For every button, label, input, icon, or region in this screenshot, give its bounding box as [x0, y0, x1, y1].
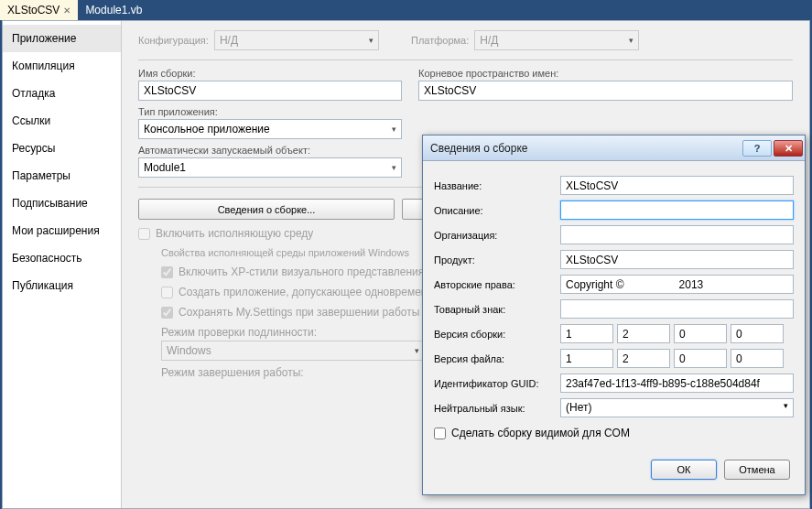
save-settings-label: Сохранять My.Settings при завершении раб…: [179, 306, 419, 319]
save-settings-checkbox: [161, 307, 173, 319]
sidebar: Приложение Компиляция Отладка Ссылки Рес…: [3, 21, 122, 508]
dlg-neutral-lang-label: Нейтральный язык:: [434, 403, 553, 414]
dlg-com-visible-checkbox[interactable]: [434, 428, 446, 439]
sidebar-item-resources[interactable]: Ресурсы: [3, 135, 121, 162]
dlg-copyright-input[interactable]: [560, 275, 794, 294]
single-instance-label: Создать приложение, допускающее одноврем…: [179, 286, 428, 298]
tab-label: Module1.vb: [85, 4, 142, 16]
dlg-copyright-label: Авторские права:: [434, 279, 553, 290]
dialog-title: Сведения о сборке: [430, 142, 741, 155]
assembly-name-label: Имя сборки:: [138, 68, 402, 79]
dlg-asm-version-label: Версия сборки:: [434, 329, 553, 340]
configuration-combo: Н/Д: [214, 30, 379, 50]
sidebar-item-signing[interactable]: Подписывание: [3, 190, 121, 217]
xp-styles-checkbox: [161, 266, 173, 278]
dlg-trademark-label: Товарный знак:: [434, 304, 553, 315]
dlg-file-ver-build[interactable]: [674, 349, 727, 368]
root-namespace-input[interactable]: [418, 81, 793, 101]
ok-button[interactable]: ОК: [651, 460, 717, 480]
tab-label: XLStoCSV: [7, 4, 60, 16]
startup-object-value: Module1: [144, 161, 186, 174]
divider: [138, 60, 793, 60]
single-instance-checkbox: [161, 287, 173, 298]
dlg-neutral-lang-combo[interactable]: (Нет): [560, 398, 794, 417]
dlg-asm-ver-minor[interactable]: [617, 324, 670, 343]
dlg-description-input[interactable]: [560, 200, 794, 220]
dlg-neutral-lang-value: (Нет): [566, 401, 591, 414]
dlg-trademark-input[interactable]: [560, 299, 794, 319]
sidebar-item-compile[interactable]: Компиляция: [3, 52, 121, 80]
application-type-value: Консольное приложение: [144, 123, 270, 135]
dlg-file-version-label: Версия файла:: [434, 353, 553, 364]
sidebar-item-my-extensions[interactable]: Мои расширения: [3, 217, 121, 244]
dlg-company-input[interactable]: [560, 225, 794, 244]
tab-xlstocsv[interactable]: XLStoCSV ✕: [0, 0, 78, 20]
enable-framework-checkbox: [138, 228, 150, 240]
close-icon[interactable]: ✕: [63, 5, 70, 16]
startup-object-label: Автоматически запускаемый объект:: [138, 145, 402, 156]
auth-mode-combo: Windows: [161, 341, 425, 361]
platform-label: Платформа:: [411, 35, 469, 46]
sidebar-item-application[interactable]: Приложение: [3, 25, 121, 52]
assembly-name-input[interactable]: [138, 81, 402, 101]
platform-combo: Н/Д: [474, 30, 639, 50]
dlg-file-ver-rev[interactable]: [731, 349, 784, 368]
close-icon[interactable]: ✕: [774, 140, 803, 157]
auth-mode-value: Windows: [167, 344, 211, 357]
dlg-product-input[interactable]: [560, 250, 794, 269]
dlg-asm-ver-build[interactable]: [674, 324, 727, 343]
dlg-description-label: Описание:: [434, 205, 553, 216]
assembly-info-dialog: Сведения о сборке ? ✕ Название: Описание…: [422, 135, 806, 495]
xp-styles-label: Включить XP-стили визуального представле…: [179, 265, 424, 278]
dlg-file-ver-minor[interactable]: [617, 349, 670, 368]
application-type-combo[interactable]: Консольное приложение: [138, 119, 402, 139]
dlg-guid-input[interactable]: [560, 374, 794, 393]
dlg-asm-ver-major[interactable]: [560, 324, 613, 343]
root-namespace-label: Корневое пространство имен:: [418, 68, 793, 79]
help-icon[interactable]: ?: [742, 140, 772, 157]
sidebar-item-settings[interactable]: Параметры: [3, 162, 121, 190]
dlg-file-ver-major[interactable]: [560, 349, 613, 368]
dlg-product-label: Продукт:: [434, 254, 553, 265]
dlg-title-label: Название:: [434, 180, 553, 191]
platform-value: Н/Д: [480, 34, 498, 47]
startup-object-combo[interactable]: Module1: [138, 157, 402, 178]
application-type-label: Тип приложения:: [138, 106, 402, 117]
sidebar-item-debug[interactable]: Отладка: [3, 80, 121, 107]
sidebar-item-security[interactable]: Безопасность: [3, 244, 121, 272]
tab-module1[interactable]: Module1.vb: [78, 0, 149, 20]
dialog-titlebar[interactable]: Сведения о сборке ? ✕: [423, 135, 805, 161]
assembly-info-button[interactable]: Сведения о сборке...: [138, 199, 395, 220]
dlg-title-input[interactable]: [560, 176, 794, 195]
dlg-asm-ver-rev[interactable]: [731, 324, 784, 343]
configuration-label: Конфигурация:: [138, 35, 209, 46]
enable-framework-label: Включить исполняющую среду: [156, 227, 313, 240]
dialog-body: Название: Описание: Организация: Продукт…: [423, 161, 805, 452]
sidebar-item-publish[interactable]: Публикация: [3, 272, 121, 299]
dlg-guid-label: Идентификатор GUID:: [434, 378, 553, 389]
tab-strip: XLStoCSV ✕ Module1.vb: [0, 0, 812, 20]
sidebar-item-references[interactable]: Ссылки: [3, 107, 121, 135]
configuration-value: Н/Д: [220, 34, 238, 47]
cancel-button[interactable]: Отмена: [724, 460, 790, 480]
dlg-com-visible-label: Сделать сборку видимой для COM: [451, 427, 630, 439]
dlg-company-label: Организация:: [434, 230, 553, 241]
